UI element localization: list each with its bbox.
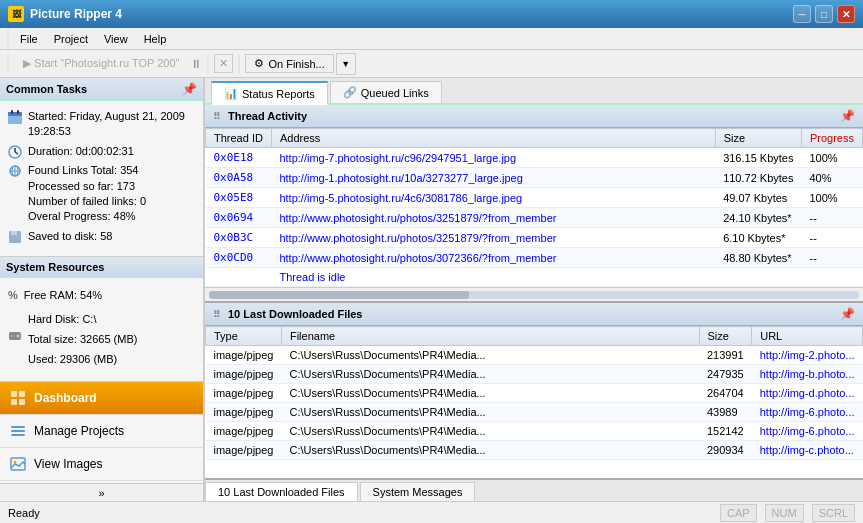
dl-cell-size: 264704 [699,384,752,403]
downloaded-table: Type Filename Size URL image/pjpeg C:\Us… [205,326,863,460]
expand-arrow[interactable]: » [0,483,203,501]
percent-icon: % [8,286,18,306]
nav-view-images[interactable]: View Images [0,448,203,481]
thread-hscroll[interactable] [205,287,863,301]
bottom-tab-system-messages[interactable]: System Messages [360,482,476,501]
svg-rect-3 [17,110,19,114]
nav-manage-projects[interactable]: Manage Projects [0,415,203,448]
system-resources-section: System Resources % Free RAM: 54% [0,257,203,382]
thread-cell-address: http://img-5.photosight.ru/4c6/3081786_l… [271,188,715,208]
nav-manage-projects-label: Manage Projects [34,424,124,438]
thread-table: Thread ID Address Size Progress 0x0E18 h… [205,128,863,287]
thread-table-row: 0x0B3C http://www.photosight.ru/photos/3… [206,228,863,248]
thread-activity-title: Thread Activity [228,110,307,122]
menu-separator [7,29,9,49]
svg-rect-18 [19,391,25,397]
menu-file[interactable]: File [12,31,46,47]
status-right: CAP NUM SCRL [720,504,855,522]
toolbar-separator-2 [207,54,209,74]
menu-view[interactable]: View [96,31,136,47]
bottom-tabs: 10 Last Downloaded Files System Messages [205,478,863,501]
menu-project[interactable]: Project [46,31,96,47]
bottom-tab-last-downloaded[interactable]: 10 Last Downloaded Files [205,482,358,501]
thread-cell-progress [801,268,862,287]
menu-help[interactable]: Help [136,31,175,47]
start-button[interactable]: ▶ Start "Photosight.ru TOP 200" [14,54,188,73]
thread-cell-progress: 100% [801,188,862,208]
task-links-text: Found Links Total: 354Processed so far: … [28,163,146,225]
task-started-text: Started: Friday, August 21, 2009 19:28:5… [28,109,195,140]
thread-cell-address: http://img-7.photosight.ru/c96/2947951_l… [271,148,715,168]
dl-col-url: URL [752,327,863,346]
svg-line-6 [15,152,18,154]
downloaded-table-scroll[interactable]: Type Filename Size URL image/pjpeg C:\Us… [205,326,863,478]
thread-table-scroll[interactable]: Thread ID Address Size Progress 0x0E18 h… [205,128,863,287]
dl-cell-type: image/pjpeg [206,365,282,384]
thread-cell-address: http://www.photosight.ru/photos/3251879/… [271,228,715,248]
downloaded-files-title: 10 Last Downloaded Files [228,308,362,320]
downloaded-table-row: image/pjpeg C:\Users\Russ\Documents\PR4\… [206,441,863,460]
left-panel: Common Tasks 📌 Started: Friday, August 2… [0,78,205,501]
thread-table-row: 0x0CD0 http://www.photosight.ru/photos/3… [206,248,863,268]
status-bar: Ready CAP NUM SCRL [0,501,863,523]
thread-cell-size: 49.07 Kbytes [715,188,801,208]
dl-cell-size: 213991 [699,346,752,365]
thread-activity-header: ⠿ Thread Activity 📌 [205,105,863,128]
svg-rect-19 [11,399,17,405]
thread-cell-size: 24.10 Kbytes* [715,208,801,228]
common-tasks-section: Common Tasks 📌 Started: Friday, August 2… [0,78,203,257]
svg-rect-24 [11,458,25,470]
dl-cell-size: 290934 [699,441,752,460]
downloaded-table-row: image/pjpeg C:\Users\Russ\Documents\PR4\… [206,403,863,422]
dl-col-type: Type [206,327,282,346]
thread-activity-section: ⠿ Thread Activity 📌 Thread ID Address Si… [205,105,863,301]
thread-activity-pin[interactable]: 📌 [840,109,855,123]
main-layout: Common Tasks 📌 Started: Friday, August 2… [0,78,863,501]
downloaded-files-section: ⠿ 10 Last Downloaded Files 📌 Type Filena… [205,301,863,478]
calendar-icon [8,110,22,124]
dl-cell-filename: C:\Users\Russ\Documents\PR4\Media... [281,441,699,460]
nav-dashboard[interactable]: Dashboard [0,382,203,415]
dl-cell-url: http://img-6.photo... [752,422,863,441]
on-finish-button[interactable]: ⚙ On Finish... [245,54,333,73]
downloaded-table-row: image/pjpeg C:\Users\Russ\Documents\PR4\… [206,384,863,403]
harddisk-icon [8,329,22,350]
tabs-bar: 📊 Status Reports 🔗 Queued Links [205,78,863,105]
nav-view-images-label: View Images [34,457,102,471]
thread-col-progress: Progress [801,129,862,148]
thread-cell-id: 0x05E8 [206,188,272,208]
sys-resources-header: System Resources [0,257,203,278]
on-finish-dropdown[interactable]: ▼ [336,53,356,75]
on-finish-icon: ⚙ [254,57,264,70]
stop-icon[interactable]: ✕ [214,54,233,73]
tab-queued-links[interactable]: 🔗 Queued Links [330,81,442,103]
dl-cell-size: 43989 [699,403,752,422]
thread-cell-progress: 100% [801,148,862,168]
dl-cell-url: http://img-d.photo... [752,384,863,403]
minimize-button[interactable]: ─ [793,5,811,23]
queued-links-icon: 🔗 [343,86,357,99]
svg-rect-23 [11,434,25,436]
maximize-button[interactable]: □ [815,5,833,23]
tab-status-reports[interactable]: 📊 Status Reports [211,81,328,105]
task-duration: Duration: 0d:00:02:31 [8,144,195,159]
app-icon: 🖼 [8,6,24,22]
thread-cell-id: 0x0CD0 [206,248,272,268]
dl-cell-url: http://img-c.photo... [752,441,863,460]
thread-table-row: 0x0694 http://www.photosight.ru/photos/3… [206,208,863,228]
dl-cell-filename: C:\Users\Russ\Documents\PR4\Media... [281,422,699,441]
right-panel: 📊 Status Reports 🔗 Queued Links ⠿ Thread… [205,78,863,501]
downloaded-files-header: ⠿ 10 Last Downloaded Files 📌 [205,303,863,326]
thread-cell-progress: 40% [801,168,862,188]
toolbar: ▶ Start "Photosight.ru TOP 200" ⏸ ✕ ⚙ On… [0,50,863,78]
toolbar-separator-1 [7,54,9,74]
svg-rect-20 [19,399,25,405]
common-tasks-pin[interactable]: 📌 [182,82,197,96]
dl-col-filename: Filename [281,327,699,346]
close-button[interactable]: ✕ [837,5,855,23]
thread-table-row: 0x0E18 http://img-7.photosight.ru/c96/29… [206,148,863,168]
downloaded-files-pin[interactable]: 📌 [840,307,855,321]
downloaded-table-row: image/pjpeg C:\Users\Russ\Documents\PR4\… [206,422,863,441]
pause-icon[interactable]: ⏸ [190,57,202,71]
dl-cell-size: 152142 [699,422,752,441]
